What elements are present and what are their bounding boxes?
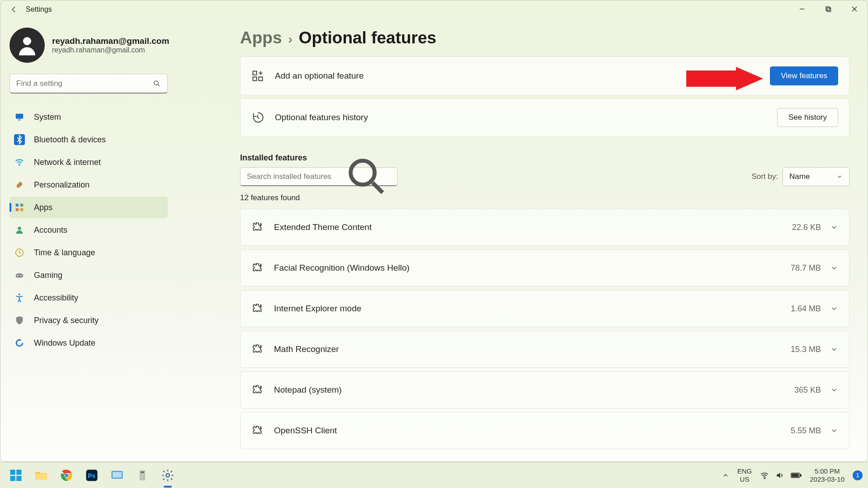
- start-button[interactable]: [5, 465, 26, 486]
- notification-badge[interactable]: 1: [853, 470, 863, 480]
- sort-by-label: Sort by:: [751, 172, 778, 181]
- svg-point-15: [20, 275, 22, 277]
- nav-list: SystemBluetooth & devicesNetwork & inter…: [9, 106, 177, 354]
- puzzle-icon: [251, 221, 263, 233]
- close-button[interactable]: [841, 0, 868, 18]
- svg-rect-17: [253, 71, 257, 75]
- account-email: reyadh.rahaman@gmail.com: [52, 36, 169, 46]
- back-button[interactable]: [5, 0, 23, 19]
- maximize-button[interactable]: [815, 0, 841, 18]
- puzzle-icon: [251, 425, 263, 436]
- chevron-down-icon: [830, 264, 838, 272]
- breadcrumb-parent[interactable]: Apps: [240, 28, 282, 47]
- svg-rect-1: [827, 8, 831, 12]
- feature-row[interactable]: OpenSSH Client5.55 MB: [240, 412, 849, 449]
- svg-point-11: [18, 227, 21, 230]
- feature-list: Extended Theme Content22.6 KBFacial Reco…: [240, 209, 849, 449]
- update-icon: [14, 338, 25, 348]
- svg-rect-23: [16, 469, 21, 474]
- main-content: Apps › Optional features Add an optional…: [177, 19, 868, 461]
- svg-rect-7: [16, 204, 19, 206]
- nav-item-apps[interactable]: Apps: [9, 197, 168, 218]
- tray-language[interactable]: ENG US: [737, 467, 752, 483]
- nav-label: Accounts: [34, 225, 67, 235]
- feature-size: 22.6 KB: [792, 223, 821, 232]
- see-history-button[interactable]: See history: [777, 108, 838, 127]
- nav-label: Accessibility: [34, 293, 78, 303]
- puzzle-icon: [251, 384, 263, 396]
- task-chrome[interactable]: [56, 465, 77, 486]
- history-icon: [251, 111, 264, 124]
- task-file-explorer[interactable]: [31, 465, 52, 486]
- installed-section-title: Installed features: [240, 153, 849, 163]
- nav-item-accessibility[interactable]: Accessibility: [9, 287, 168, 309]
- feature-name: Facial Recognition (Windows Hello): [274, 263, 791, 273]
- nav-item-time-language[interactable]: Time & language: [9, 242, 168, 263]
- sort-dropdown[interactable]: Name: [783, 167, 849, 186]
- task-settings[interactable]: [157, 465, 178, 486]
- nav-item-accounts[interactable]: Accounts: [9, 219, 168, 241]
- nav-item-privacy-security[interactable]: Privacy & security: [9, 310, 168, 331]
- feature-row[interactable]: Facial Recognition (Windows Hello)78.7 M…: [240, 249, 849, 286]
- user-icon: [14, 225, 25, 235]
- volume-icon[interactable]: [775, 471, 784, 480]
- feature-row[interactable]: Notepad (system)365 KB: [240, 371, 849, 408]
- nav-item-system[interactable]: System: [9, 106, 168, 128]
- svg-marker-20: [686, 67, 763, 90]
- svg-point-3: [154, 81, 158, 85]
- svg-rect-24: [10, 476, 15, 481]
- battery-icon[interactable]: [791, 471, 802, 480]
- chevron-down-icon: [836, 174, 843, 180]
- svg-point-6: [19, 165, 20, 166]
- task-app-1[interactable]: [107, 465, 127, 486]
- puzzle-icon: [251, 303, 263, 314]
- svg-rect-13: [16, 273, 24, 277]
- wifi-icon[interactable]: [760, 471, 769, 480]
- history-card: Optional features history See history: [240, 98, 849, 137]
- features-count: 12 features found: [240, 193, 849, 202]
- clock-icon: [14, 247, 25, 258]
- task-app-2[interactable]: [132, 465, 153, 486]
- feature-size: 1.64 MB: [791, 304, 821, 314]
- nav-item-personalization[interactable]: Personalization: [9, 174, 168, 196]
- feature-row[interactable]: Math Recognizer15.3 MB: [240, 331, 849, 368]
- view-features-button[interactable]: View features: [770, 66, 838, 85]
- svg-rect-5: [18, 120, 21, 121]
- add-component-icon: [251, 70, 264, 82]
- svg-rect-18: [253, 77, 257, 80]
- history-label: Optional features history: [275, 113, 777, 122]
- tray-overflow-icon[interactable]: [722, 472, 729, 479]
- svg-rect-32: [113, 472, 122, 478]
- task-photoshop[interactable]: Ps: [81, 465, 102, 486]
- avatar: [9, 28, 45, 63]
- wifi-icon: [14, 157, 25, 168]
- chevron-down-icon: [830, 305, 838, 313]
- account-block[interactable]: reyadh.rahaman@gmail.com reyadh.rahaman@…: [9, 28, 177, 63]
- nav-item-gaming[interactable]: Gaming: [9, 264, 168, 286]
- sidebar-search[interactable]: [9, 74, 168, 94]
- svg-rect-0: [826, 7, 830, 10]
- nav-item-network-internet[interactable]: Network & internet: [9, 151, 168, 173]
- minimize-button[interactable]: [789, 0, 815, 18]
- tray-clock[interactable]: 5:00 PM 2023-03-10: [810, 467, 844, 483]
- nav-label: Gaming: [34, 271, 62, 280]
- svg-rect-33: [141, 471, 144, 473]
- feature-size: 78.7 MB: [791, 263, 821, 273]
- annotation-red-arrow: [686, 67, 763, 90]
- chevron-right-icon: ›: [288, 32, 292, 47]
- feature-row[interactable]: Extended Theme Content22.6 KB: [240, 209, 849, 246]
- installed-search[interactable]: [240, 167, 397, 186]
- svg-point-14: [17, 275, 19, 277]
- installed-search-input[interactable]: [247, 172, 343, 181]
- sidebar-search-input[interactable]: [16, 79, 153, 88]
- svg-point-21: [351, 160, 375, 184]
- nav-item-windows-update[interactable]: Windows Update: [9, 332, 168, 354]
- account-sub: reyadh.rahaman@gmail.com: [52, 46, 169, 54]
- taskbar: Ps ENG US 5:00 PM 2023-03-10 1: [0, 462, 868, 488]
- nav-item-bluetooth-devices[interactable]: Bluetooth & devices: [9, 129, 168, 150]
- feature-row[interactable]: Internet Explorer mode1.64 MB: [240, 290, 849, 327]
- nav-label: Privacy & security: [34, 316, 99, 325]
- svg-rect-4: [16, 114, 24, 119]
- nav-label: System: [34, 113, 61, 122]
- search-icon: [153, 80, 161, 88]
